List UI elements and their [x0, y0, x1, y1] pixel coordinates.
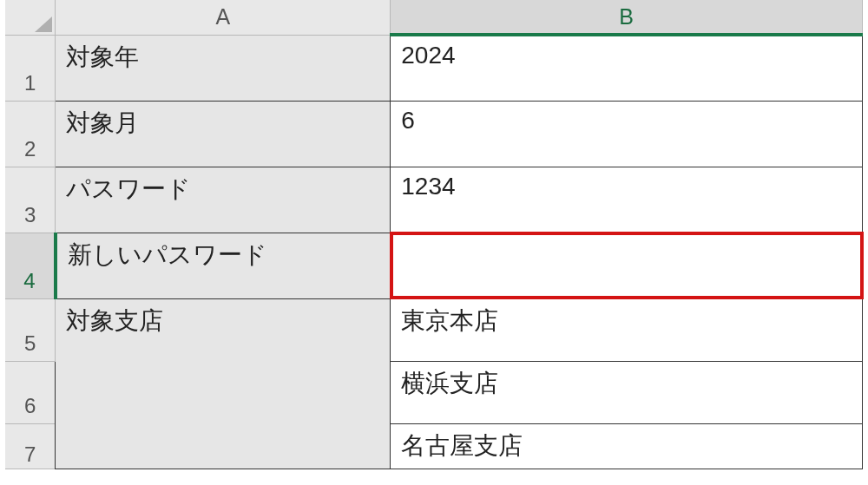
- cell-b5[interactable]: 東京本店: [391, 298, 863, 361]
- column-header-a[interactable]: A: [56, 0, 391, 35]
- column-header-row: A B: [5, 0, 863, 35]
- select-all-triangle-icon: [35, 16, 52, 32]
- table-row: 5 対象支店 東京本店: [5, 298, 863, 361]
- row-header-5[interactable]: 5: [5, 298, 56, 361]
- cell-b4[interactable]: [391, 233, 863, 298]
- cell-a3[interactable]: パスワード: [56, 167, 391, 233]
- row-header-2[interactable]: 2: [5, 101, 56, 167]
- table-row: 4 新しいパスワード: [5, 233, 863, 298]
- table-row: 1 対象年 2024: [5, 35, 863, 101]
- cell-b3[interactable]: 1234: [391, 167, 863, 233]
- row-header-1[interactable]: 1: [5, 35, 56, 101]
- cell-a5[interactable]: 対象支店: [56, 298, 391, 469]
- cell-b7[interactable]: 名古屋支店: [391, 423, 863, 469]
- cell-b2[interactable]: 6: [391, 101, 863, 167]
- cell-a2[interactable]: 対象月: [56, 101, 391, 167]
- table-row: 3 パスワード 1234: [5, 167, 863, 233]
- column-header-b[interactable]: B: [391, 0, 863, 35]
- cell-a4[interactable]: 新しいパスワード: [56, 233, 391, 298]
- cell-b1[interactable]: 2024: [391, 35, 863, 101]
- cell-a1[interactable]: 対象年: [56, 35, 391, 101]
- row-header-3[interactable]: 3: [5, 167, 56, 233]
- row-header-6[interactable]: 6: [5, 361, 56, 423]
- spreadsheet-grid[interactable]: A B 1 対象年 2024 2 対象月 6 3 パスワード 1234 4 新し…: [5, 0, 863, 469]
- select-all-corner[interactable]: [5, 0, 56, 35]
- row-header-4[interactable]: 4: [5, 233, 56, 298]
- table-row: 2 対象月 6: [5, 101, 863, 167]
- row-header-7[interactable]: 7: [5, 423, 56, 469]
- cell-b6[interactable]: 横浜支店: [391, 361, 863, 423]
